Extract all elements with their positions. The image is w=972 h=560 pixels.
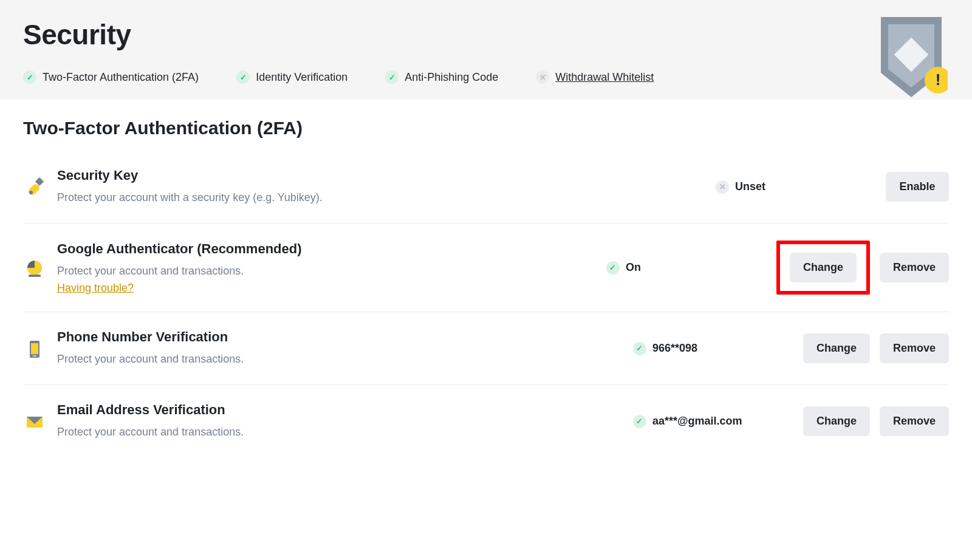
highlight-box: Change (776, 241, 870, 295)
cross-icon: ✕ (716, 180, 729, 194)
google-authenticator-icon (23, 257, 46, 279)
status-text: aa***@gmail.com (652, 415, 742, 428)
check-icon: ✓ (633, 415, 646, 428)
remove-button[interactable]: Remove (880, 253, 949, 282)
content: Two-Factor Authentication (2FA) Security… (0, 100, 972, 457)
change-button[interactable]: Change (803, 406, 870, 436)
row-email-verification: Email Address Verification Protect your … (23, 385, 949, 457)
status-label: Identity Verification (256, 71, 347, 84)
row-title: Google Authenticator (Recommended) (57, 241, 606, 257)
row-desc: Protect your account with a security key… (57, 190, 716, 206)
svg-rect-6 (29, 275, 41, 277)
remove-button[interactable]: Remove (880, 333, 949, 363)
security-header: Security ✓ Two-Factor Authentication (2F… (0, 0, 972, 100)
security-shield-icon: ! (875, 12, 948, 103)
svg-rect-8 (31, 343, 38, 354)
status-label: Withdrawal Whitelist (555, 71, 654, 84)
having-trouble-link[interactable]: Having trouble? (57, 282, 134, 295)
row-google-authenticator: Google Authenticator (Recommended) Prote… (23, 224, 949, 312)
row-desc: Protect your account and transactions. (57, 263, 606, 279)
status-text: On (626, 261, 641, 274)
remove-button[interactable]: Remove (880, 406, 949, 436)
status-2fa: ✓ Two-Factor Authentication (2FA) (23, 70, 199, 84)
status-label: Anti-Phishing Code (405, 71, 498, 84)
check-icon: ✓ (633, 342, 646, 355)
row-title: Phone Number Verification (57, 329, 633, 345)
svg-point-5 (29, 191, 33, 194)
change-button[interactable]: Change (803, 333, 870, 363)
status-anti-phishing: ✓ Anti-Phishing Code (385, 70, 498, 84)
cross-icon: ✕ (536, 70, 549, 84)
email-icon (23, 411, 46, 432)
check-icon: ✓ (23, 70, 36, 84)
row-status: ✓ 966**098 (633, 342, 791, 355)
check-icon: ✓ (236, 70, 250, 84)
row-security-key: Security Key Protect your account with a… (23, 163, 949, 224)
row-desc: Protect your account and transactions. (57, 351, 633, 367)
row-status: ✓ aa***@gmail.com (633, 415, 791, 428)
section-title-2fa: Two-Factor Authentication (2FA) (23, 118, 949, 138)
status-text: 966**098 (652, 342, 697, 355)
status-withdrawal-whitelist[interactable]: ✕ Withdrawal Whitelist (536, 70, 654, 84)
svg-text:!: ! (936, 70, 941, 89)
row-status: ✓ On (606, 261, 764, 275)
security-key-icon (23, 176, 46, 198)
page-title: Security (23, 18, 949, 51)
status-row: ✓ Two-Factor Authentication (2FA) ✓ Iden… (23, 70, 949, 84)
change-button[interactable]: Change (790, 253, 857, 282)
enable-button[interactable]: Enable (886, 172, 949, 202)
row-status: ✕ Unset (716, 180, 874, 194)
row-title: Email Address Verification (57, 402, 633, 418)
check-icon: ✓ (385, 70, 399, 84)
phone-icon (23, 338, 46, 360)
row-title: Security Key (57, 168, 716, 183)
status-identity-verification: ✓ Identity Verification (236, 70, 347, 84)
row-phone-verification: Phone Number Verification Protect your a… (23, 312, 949, 385)
row-desc: Protect your account and transactions. (57, 424, 633, 440)
check-icon: ✓ (606, 261, 620, 275)
svg-rect-9 (33, 355, 36, 357)
status-text: Unset (735, 180, 765, 193)
status-label: Two-Factor Authentication (2FA) (43, 71, 199, 84)
